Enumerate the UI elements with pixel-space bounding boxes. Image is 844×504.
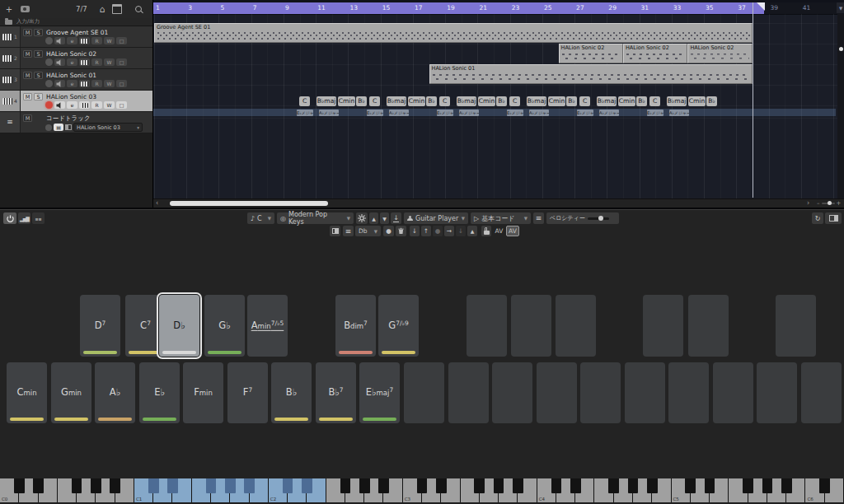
midi-part[interactable]: HALion Sonic 02 [687, 44, 752, 63]
read-automation-button[interactable]: R [91, 80, 102, 87]
solo-button[interactable]: S [34, 93, 43, 100]
chord-assistant-button[interactable]: ↻ [812, 212, 823, 224]
piano-key-black[interactable] [206, 478, 217, 493]
chord-event[interactable]: B♭maj [457, 96, 476, 106]
scale-event[interactable]: E♭メジャー [647, 110, 663, 116]
chord-event[interactable]: Cmin [478, 96, 495, 106]
chord-event[interactable]: B♭maj [387, 96, 406, 106]
record-enable-button[interactable] [45, 37, 53, 44]
piano-key-black[interactable] [819, 478, 830, 493]
scale-event[interactable]: A♭メジャー [389, 110, 409, 116]
chord-pad-empty[interactable] [625, 362, 665, 423]
piano-key-black[interactable] [302, 478, 312, 493]
record-enable-button[interactable] [45, 124, 52, 131]
mute-button[interactable]: M [23, 114, 32, 122]
read-automation-button[interactable]: R [91, 58, 102, 66]
player-dropdown[interactable]: Guitar Player ▼ [404, 212, 468, 224]
insert-state-button[interactable]: □ [116, 37, 127, 44]
chord-pad-empty[interactable] [448, 362, 489, 423]
chord-event[interactable]: B♭maj [597, 96, 617, 106]
piano-key-black[interactable] [743, 478, 753, 493]
chord-pad-Ebmaj7[interactable]: E♭maj7 [359, 362, 400, 423]
horizontal-scroll-thumb[interactable] [170, 201, 328, 206]
piano-key-black[interactable] [647, 478, 658, 493]
piano-key-black[interactable] [494, 478, 504, 493]
chord-pad-empty[interactable] [404, 362, 444, 423]
piano-key-black[interactable] [417, 478, 428, 493]
scale-event[interactable]: E♭メジャー [367, 110, 383, 116]
track-row-2[interactable]: 2MSHALion Sonic 02eRW□ [0, 48, 152, 69]
open-instrument-button[interactable] [79, 58, 90, 66]
chord-pad-empty[interactable] [580, 362, 621, 423]
horizontal-scrollbar[interactable]: ‹ › – + [153, 198, 844, 208]
record-enable-button[interactable] [45, 80, 53, 87]
solo-button[interactable]: S [34, 50, 43, 58]
solo-button[interactable]: S [34, 72, 43, 79]
edit-channel-button[interactable]: e [67, 58, 77, 66]
chord-pad-Gb[interactable]: G♭ [204, 295, 245, 357]
transpose-up-button[interactable]: ↑ [421, 226, 431, 236]
midi-part[interactable]: HALion Sonic 02 [623, 44, 687, 63]
chord-pad-empty[interactable] [668, 362, 709, 423]
monitor-button[interactable] [54, 58, 65, 66]
midi-part[interactable]: HALion Sonic 02 [559, 44, 623, 63]
read-automation-button[interactable]: R [91, 101, 102, 109]
vertical-zoom-dot[interactable] [839, 47, 843, 51]
chord-pad-empty[interactable] [643, 295, 683, 357]
root-key-dropdown[interactable]: ♪ C ▼ [247, 212, 274, 224]
remove-pad-button[interactable] [396, 226, 406, 236]
velocity-slider-dot[interactable] [598, 216, 603, 221]
solo-button[interactable]: S [34, 29, 43, 36]
scale-event[interactable]: E♭メジャー [507, 110, 523, 116]
chord-event[interactable]: C [649, 96, 660, 106]
piano-key-black[interactable] [628, 478, 639, 493]
save-preset-button[interactable]: ↓ [391, 212, 401, 224]
scale-event[interactable]: A♭メジャー [529, 110, 549, 116]
track-row-1[interactable]: 1MSGroove Agent SE 01eRW□ [0, 26, 152, 48]
chord-pad-D7[interactable]: D7 [80, 295, 120, 357]
chord-pads-setup-button[interactable] [825, 212, 842, 224]
preset-dropdown[interactable]: ◎ Modern Pop Keys ▼ [277, 212, 354, 224]
piano-key-black[interactable] [72, 478, 82, 493]
chord-event[interactable]: B♭maj [316, 96, 336, 106]
player-mode-dropdown[interactable]: ▷ 基本コード ▼ [471, 212, 531, 224]
piano-key-black[interactable] [340, 478, 351, 493]
chord-pad-Fmin[interactable]: Fmin [183, 362, 223, 423]
scale-event[interactable]: A♭メジャー [669, 110, 689, 116]
chord-event[interactable]: C [439, 96, 450, 106]
scale-event[interactable]: E♭メジャー [297, 110, 313, 116]
piano-key-black[interactable] [91, 478, 101, 493]
chord-pad-empty[interactable] [801, 362, 842, 423]
write-automation-button[interactable]: W [104, 101, 115, 109]
chord-pad-empty[interactable] [467, 295, 507, 357]
scale-event[interactable]: A♭メジャー [459, 110, 479, 116]
record-enable-button[interactable] [45, 58, 53, 66]
chord-event[interactable]: B♭ [636, 96, 647, 106]
read-automation-button[interactable]: R [91, 37, 102, 44]
velocity-slider[interactable] [588, 217, 609, 220]
chord-event[interactable]: Cmin [688, 96, 706, 106]
vertical-scrollbar[interactable] [837, 14, 844, 198]
track-row-4[interactable]: 4MSHALion Sonic 03eRW□ [0, 91, 152, 112]
transpose-down-button[interactable]: ↓ [410, 226, 420, 236]
midi-part[interactable]: Groove Agent SE 01 [154, 23, 753, 43]
open-instrument-button[interactable] [79, 80, 90, 87]
chord-event[interactable]: C [299, 96, 310, 106]
chord-pad-empty[interactable] [757, 362, 797, 423]
voicing-circle-button[interactable]: ● [433, 226, 443, 236]
insert-state-button[interactable]: □ [116, 58, 127, 66]
chord-event[interactable]: B♭maj [667, 96, 687, 106]
chord-event[interactable]: C [579, 96, 590, 106]
mute-button[interactable]: M [23, 50, 32, 58]
chord-pad-empty[interactable] [511, 295, 551, 357]
window-layout-button[interactable] [110, 3, 124, 15]
piano-key-black[interactable] [359, 478, 370, 493]
track-visibility-agents-icon[interactable] [18, 3, 31, 15]
chord-event[interactable]: B♭ [496, 96, 507, 106]
chord-monitor-button[interactable]: ▤ [54, 124, 63, 131]
piano-key-black[interactable] [110, 478, 120, 493]
write-automation-button[interactable]: W [104, 37, 115, 44]
velocity-control[interactable]: ベロシティー [546, 212, 619, 224]
chord-event[interactable]: B♭maj [527, 96, 546, 106]
piano-key-black[interactable] [705, 478, 715, 493]
